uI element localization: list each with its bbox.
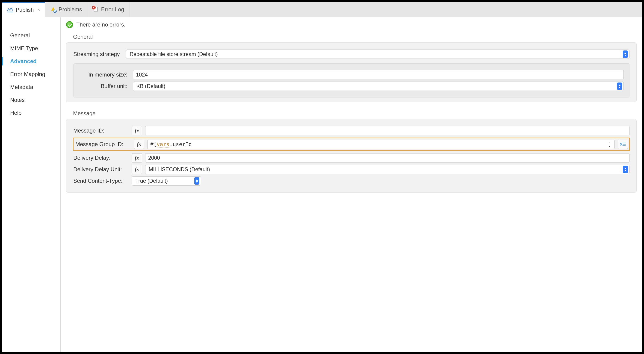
dataweave-button[interactable]	[618, 140, 628, 149]
highlighted-row-message-group-id: Message Group ID: fx #[ vars .userId ]	[73, 138, 630, 151]
tab-bar: Publish × Problems ✕ Error Log	[2, 2, 642, 17]
sidebar-item-label: Notes	[10, 97, 25, 103]
row-buffer-unit: Buffer unit: KB (Default)	[79, 82, 624, 91]
sidebar-item-label: Help	[10, 110, 22, 116]
stepper-icon	[623, 50, 628, 58]
label-delivery-delay: Delivery Delay:	[73, 155, 128, 161]
error-log-icon: ✕	[92, 6, 99, 13]
select-delivery-delay-unit[interactable]: MILLISECONDS (Default)	[145, 165, 630, 174]
expr-rest: .userId	[170, 141, 192, 147]
fx-button[interactable]: fx	[132, 165, 142, 174]
select-value: KB (Default)	[136, 83, 165, 90]
publish-icon	[7, 7, 13, 13]
row-streaming-strategy: Streaming strategy Repeatable file store…	[73, 50, 630, 59]
expr-keyword: vars	[157, 141, 170, 148]
stepper-icon	[623, 166, 628, 173]
problems-icon	[50, 6, 56, 12]
sidebar-item-label: Metadata	[10, 84, 33, 90]
tab-problems[interactable]: Problems	[45, 2, 87, 17]
sidebar-item-label: Advanced	[10, 58, 37, 64]
section-title-message: Message	[66, 109, 636, 119]
sidebar: General MIME Type Advanced Error Mapping…	[2, 17, 60, 352]
fx-button[interactable]: fx	[132, 153, 142, 162]
label-message-id: Message ID:	[73, 128, 128, 134]
ok-check-icon	[66, 21, 73, 28]
tab-label: Publish	[16, 7, 34, 13]
expr-prefix: #[	[150, 141, 157, 147]
select-send-content-type[interactable]: True (Default)	[132, 176, 201, 186]
section-title-general: General	[66, 32, 636, 42]
panel-general: Streaming strategy Repeatable file store…	[66, 42, 636, 102]
subpanel-memory: In memory size: Buffer unit: KB (Default…	[73, 64, 630, 98]
label-delivery-delay-unit: Delivery Delay Unit:	[73, 166, 128, 172]
input-in-memory-size[interactable]	[133, 70, 624, 79]
tab-close-icon[interactable]: ×	[38, 8, 40, 12]
sidebar-item-notes[interactable]: Notes	[2, 94, 60, 106]
label-buffer-unit: Buffer unit:	[79, 83, 130, 90]
tab-error-log[interactable]: ✕ Error Log	[87, 2, 130, 17]
sidebar-item-metadata[interactable]: Metadata	[2, 81, 60, 94]
row-message-group-id: Message Group ID: fx #[ vars .userId ]	[75, 140, 628, 149]
label-send-content-type: Send Content-Type:	[73, 178, 128, 184]
row-delivery-delay-unit: Delivery Delay Unit: fx MILLISECONDS (De…	[73, 165, 630, 174]
row-in-memory-size: In memory size:	[79, 70, 624, 79]
select-streaming-strategy[interactable]: Repeatable file store stream (Default)	[126, 50, 630, 59]
sidebar-item-general[interactable]: General	[2, 29, 60, 42]
sidebar-item-label: MIME Type	[10, 45, 38, 52]
row-message-id: Message ID: fx	[73, 126, 630, 135]
stepper-icon	[617, 82, 622, 90]
row-send-content-type: Send Content-Type: True (Default)	[73, 176, 630, 186]
row-delivery-delay: Delivery Delay: fx	[73, 153, 630, 162]
tab-publish[interactable]: Publish ×	[2, 2, 45, 17]
select-value: MILLISECONDS (Default)	[149, 166, 210, 172]
sidebar-item-label: Error Mapping	[10, 71, 45, 77]
tab-label: Problems	[58, 6, 82, 13]
status-row: There are no errors.	[66, 21, 636, 32]
sidebar-item-label: General	[10, 32, 30, 38]
stepper-icon	[194, 177, 200, 184]
input-message-group-id[interactable]: #[ vars .userId ]	[147, 140, 614, 149]
select-value: True (Default)	[135, 178, 168, 184]
content-area: There are no errors. General Streaming s…	[60, 17, 642, 352]
expr-close: ]	[608, 141, 612, 147]
input-delivery-delay[interactable]	[145, 153, 630, 162]
label-streaming-strategy: Streaming strategy	[73, 51, 120, 58]
panel-message: Message ID: fx Message Group ID: fx #[ v…	[66, 119, 636, 193]
status-message: There are no errors.	[76, 22, 126, 28]
label-message-group-id: Message Group ID:	[75, 141, 131, 148]
input-message-id[interactable]	[145, 126, 630, 135]
sidebar-item-mime-type[interactable]: MIME Type	[2, 42, 60, 55]
tab-label: Error Log	[101, 6, 124, 13]
fx-button[interactable]: fx	[132, 126, 142, 135]
fx-button[interactable]: fx	[134, 140, 144, 149]
select-buffer-unit[interactable]: KB (Default)	[133, 82, 624, 91]
dataweave-icon	[620, 142, 626, 147]
sidebar-item-advanced[interactable]: Advanced	[2, 55, 60, 68]
label-in-memory-size: In memory size:	[79, 72, 130, 78]
sidebar-item-error-mapping[interactable]: Error Mapping	[2, 68, 60, 81]
sidebar-item-help[interactable]: Help	[2, 106, 60, 120]
select-value: Repeatable file store stream (Default)	[130, 51, 218, 58]
